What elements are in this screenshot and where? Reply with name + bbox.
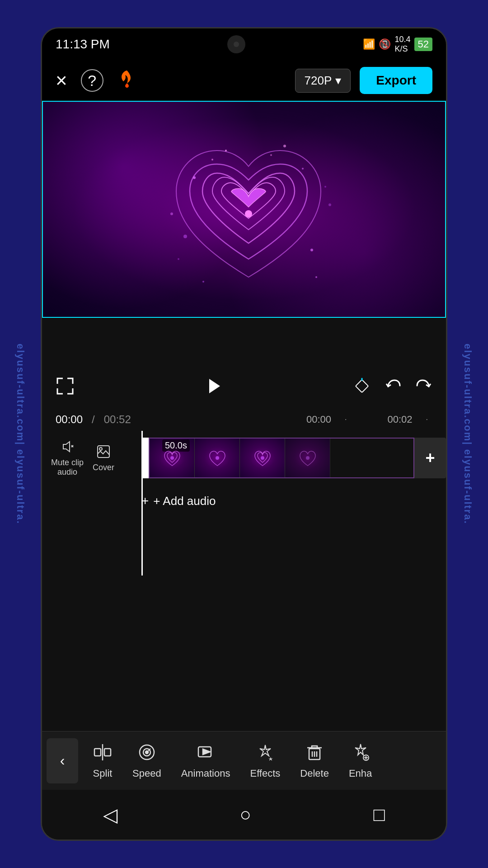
animations-icon [196,742,216,764]
svg-rect-27 [104,749,111,756]
svg-marker-33 [203,749,210,755]
svg-point-1 [193,176,196,179]
phone-container: 11:13 PM 📶 📵 10.4K/S 52 × ? [41,27,447,841]
svg-rect-26 [94,749,101,756]
clip-thumb-4 [285,439,330,477]
mute-label: Mute clipaudio [51,458,84,477]
clip-thumb-3 [240,439,285,477]
svg-point-7 [202,281,204,283]
nav-back-button[interactable]: ◁ [103,804,117,826]
heart-svg [158,123,339,304]
cover-control[interactable]: Cover [93,444,114,472]
time-display: 00:00 / 00:52 00:00 · 00:02 · [42,408,446,431]
toolbar: × ? 720P ▾ Export [42,60,446,101]
toolbar-right: 720P ▾ Export [295,67,432,94]
wifi-icon: 📶 [363,38,375,50]
nav-recents-button[interactable]: □ [373,804,385,826]
tool-enhance[interactable]: Enha [339,742,382,779]
heart-display [158,123,330,295]
speed-label: Speed [132,768,161,779]
fullscreen-button[interactable] [56,377,75,400]
svg-point-6 [283,145,286,147]
svg-point-5 [225,150,227,151]
undo-button[interactable] [385,377,402,399]
clip-thumb-2 [195,439,240,477]
svg-point-21 [170,456,174,460]
svg-point-12 [270,154,272,156]
tool-split[interactable]: Split [83,742,122,779]
add-clip-button[interactable]: + [414,438,446,478]
speed-icon [137,742,157,764]
close-button[interactable]: × [56,69,67,92]
watermark-right: elyusuf-ultra.com| elyusuf-ultra. [447,0,488,868]
svg-point-13 [324,186,326,188]
cover-icon [96,444,111,461]
svg-point-24 [306,456,310,460]
resolution-button[interactable]: 720P ▾ [295,69,351,93]
playback-controls [42,368,446,408]
time-separator: / [92,413,95,426]
delete-label: Delete [300,768,329,779]
flame-button[interactable] [117,69,137,93]
ruler-mid: 00:02 [387,414,412,425]
back-icon: ‹ [60,752,65,769]
split-label: Split [93,768,113,779]
watermark-left: elyusuf-ultra.com| elyusuf-ultra. [0,0,41,868]
enhance-label: Enha [349,768,372,779]
center-controls [204,376,224,400]
svg-point-10 [170,212,173,215]
ruler-dot2: · [426,415,428,424]
camera-notch [227,35,245,53]
svg-point-23 [261,456,264,460]
redo-button[interactable] [415,377,432,399]
nav-bar: ◁ ○ □ [42,790,446,840]
add-clip-icon: + [425,448,435,467]
svg-point-3 [183,235,187,238]
preview-canvas [43,102,445,317]
svg-point-2 [302,168,304,170]
bottom-toolbar: ‹ Split [42,731,446,790]
back-button[interactable]: ‹ [47,738,78,783]
time-total: 00:52 [104,413,131,426]
delete-icon [305,742,324,764]
svg-point-14 [178,258,179,260]
play-button[interactable] [204,376,224,400]
watermark-right-text: elyusuf-ultra.com| elyusuf-ultra. [462,344,474,524]
preview-area [42,101,446,318]
clip-body: 50.0s [149,438,446,478]
timeline-area: Mute clipaudio Cover [42,431,446,576]
svg-point-11 [211,159,213,160]
effects-icon [255,742,275,764]
add-audio-label: + Add audio [153,494,216,508]
tool-effects[interactable]: Effects [240,742,290,779]
mute-clip-control[interactable]: Mute clipaudio [51,439,84,477]
time-current: 00:00 [56,413,83,426]
svg-point-9 [328,203,331,206]
track-controls: Mute clipaudio Cover [51,439,141,477]
timeline-track: Mute clipaudio Cover [42,431,446,485]
add-audio-button[interactable]: + + Add audio [141,494,216,508]
tool-speed[interactable]: Speed [122,742,171,779]
enhance-icon [351,742,371,764]
split-icon [93,742,113,764]
help-button[interactable]: ? [81,69,103,92]
svg-rect-16 [356,379,368,392]
mute-icon [60,439,75,456]
speed-label: 10.4K/S [394,35,410,54]
tool-animations[interactable]: Animations [171,742,240,779]
cover-label: Cover [93,463,114,472]
add-audio-row: + + Add audio [42,485,446,517]
svg-point-20 [99,448,102,450]
timeline-cursor [141,431,143,576]
ruler-dot1: · [345,415,347,424]
nav-home-button[interactable]: ○ [240,804,251,826]
battery-icon: 52 [414,38,432,51]
empty-space [42,318,446,368]
export-button[interactable]: Export [360,67,432,94]
svg-point-22 [216,456,219,460]
ruler-start: 00:00 [306,414,331,425]
tool-delete[interactable]: Delete [290,742,339,779]
tool-items: Split Speed [83,742,441,779]
watermark-left-text: elyusuf-ultra.com| elyusuf-ultra. [14,344,26,524]
keyframe-button[interactable] [353,377,371,399]
